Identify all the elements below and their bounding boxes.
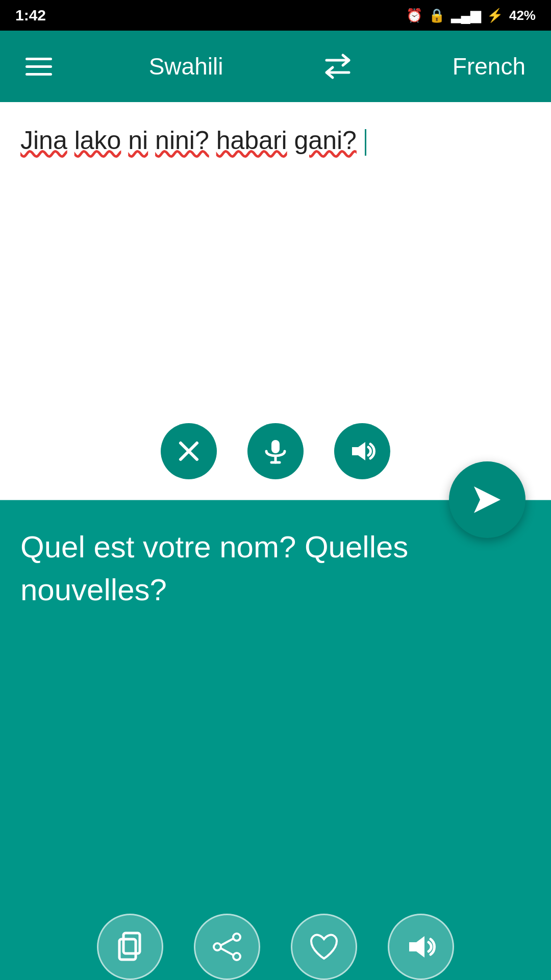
translate-button[interactable] — [449, 461, 525, 538]
word-jina: Jina — [20, 126, 67, 155]
svg-marker-6 — [474, 486, 500, 513]
word-gani: gani? — [294, 126, 357, 155]
sim-icon: 🔒 — [429, 8, 445, 23]
send-icon — [469, 481, 506, 518]
share-icon — [211, 931, 243, 963]
status-time: 1:42 — [15, 7, 46, 24]
microphone-icon — [262, 438, 289, 464]
translated-text: Quel est votre nom? Quelles nouvelles? — [20, 526, 531, 611]
clear-button[interactable] — [161, 423, 217, 479]
copy-button[interactable] — [97, 914, 163, 980]
alarm-icon: ⏰ — [406, 8, 422, 23]
word-nini: nini? — [155, 126, 209, 155]
source-panel: Jina lako ni nini? habari gani? — [0, 102, 551, 500]
charging-icon: ⚡ — [487, 8, 503, 23]
svg-point-9 — [233, 934, 240, 941]
svg-marker-5 — [352, 442, 365, 460]
translation-actions — [0, 914, 551, 980]
menu-line — [26, 58, 52, 60]
speaker-translation-icon — [405, 931, 437, 963]
translation-panel: Quel est votre nom? Quelles nouvelles? — [0, 500, 551, 980]
word-habari: habari — [216, 126, 287, 155]
speak-translation-button[interactable] — [388, 914, 454, 980]
menu-button[interactable] — [26, 58, 52, 76]
source-input[interactable]: Jina lako ni nini? habari gani? — [20, 122, 531, 158]
status-bar: 1:42 ⏰ 🔒 ▂▄▆ ⚡ 42% — [0, 0, 551, 31]
svg-point-11 — [233, 953, 240, 960]
toolbar: Swahili French — [0, 31, 551, 102]
favorite-button[interactable] — [291, 914, 357, 980]
svg-line-13 — [221, 948, 233, 955]
svg-line-12 — [221, 939, 233, 945]
main-content: Jina lako ni nini? habari gani? — [0, 102, 551, 980]
signal-icon: ▂▄▆ — [451, 8, 481, 23]
heart-icon — [308, 931, 340, 963]
battery-level: 42% — [509, 8, 536, 23]
swap-icon — [321, 50, 354, 83]
svg-rect-8 — [119, 939, 136, 960]
text-cursor — [365, 129, 366, 156]
svg-point-10 — [214, 943, 221, 950]
svg-rect-2 — [271, 440, 280, 453]
target-language-selector[interactable]: French — [453, 53, 525, 80]
speaker-icon — [349, 438, 375, 464]
menu-line — [26, 73, 52, 76]
word-ni: ni — [128, 126, 148, 155]
svg-rect-7 — [123, 933, 140, 953]
share-button[interactable] — [194, 914, 260, 980]
copy-icon — [114, 931, 146, 963]
speak-source-button[interactable] — [334, 423, 390, 479]
word-lako: lako — [74, 126, 121, 155]
clear-icon — [176, 438, 202, 464]
menu-line — [26, 65, 52, 68]
source-language-selector[interactable]: Swahili — [149, 53, 223, 80]
microphone-button[interactable] — [247, 423, 304, 479]
status-icons: ⏰ 🔒 ▂▄▆ ⚡ 42% — [406, 8, 536, 23]
swap-languages-button[interactable] — [320, 48, 356, 84]
svg-marker-14 — [409, 936, 424, 958]
